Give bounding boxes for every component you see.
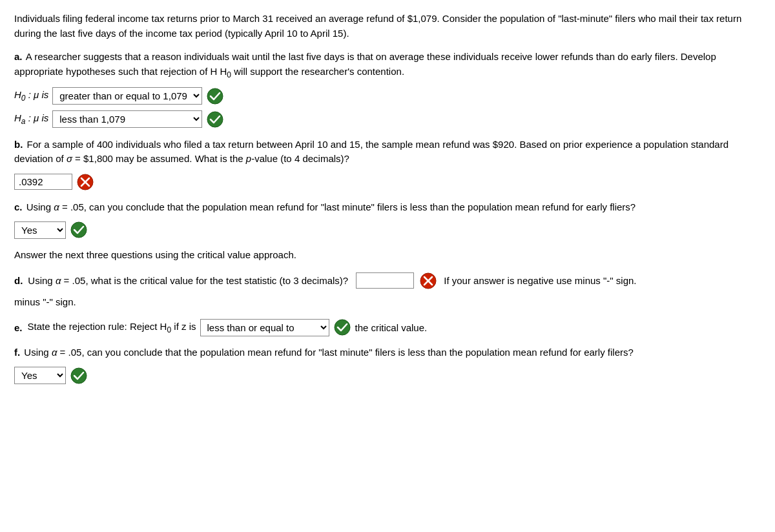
part-b-section: b. For a sample of 400 individuals who f… — [14, 138, 761, 191]
part-c-row: Yes No — [14, 221, 761, 239]
part-e-label: e. — [14, 322, 23, 333]
part-a-text: a. A researcher suggests that a reason i… — [14, 50, 761, 81]
critical-value-intro-section: Answer the next three questions using th… — [14, 248, 761, 263]
part-e-check-svg — [334, 319, 351, 336]
part-f-section: f. Using α = .05, can you conclude that … — [14, 345, 761, 385]
intro-text: Individuals filing federal income tax re… — [14, 12, 761, 41]
part-d-minus-note: minus "-" sign. — [14, 295, 761, 310]
h0-row: H0 : μ is greater than or equal to 1,079… — [14, 87, 761, 105]
ha-check-icon — [206, 110, 224, 128]
svg-point-1 — [207, 112, 223, 127]
svg-point-10 — [71, 368, 87, 384]
part-b-desc: For a sample of 400 individuals who file… — [14, 139, 728, 165]
part-d-input[interactable] — [356, 272, 414, 289]
svg-point-5 — [71, 222, 87, 238]
part-b-cross-svg — [77, 174, 94, 190]
part-e-text-after: the critical value. — [355, 322, 428, 333]
part-b-label: b. — [14, 139, 23, 150]
part-d-suffix: If your answer is negative use minus "-"… — [444, 275, 636, 286]
part-f-check-icon — [70, 367, 88, 385]
svg-point-9 — [335, 320, 350, 335]
svg-point-0 — [207, 88, 223, 104]
part-e-text-before: State the rejection rule: Reject H0 if z… — [28, 321, 196, 334]
part-a-desc2: will support the researcher's contention… — [231, 66, 404, 77]
part-c-section: c. Using α = .05, can you conclude that … — [14, 200, 761, 240]
part-d-cross-icon — [419, 272, 437, 290]
part-b-cross-icon — [76, 173, 94, 191]
part-c-desc: Using α = .05, can you conclude that the… — [26, 201, 636, 212]
part-d-desc: Using α = .05, what is the critical valu… — [28, 275, 348, 286]
part-b-input[interactable] — [14, 174, 72, 190]
part-f-label: f. — [14, 347, 20, 358]
part-e-check-icon — [333, 318, 351, 336]
part-e-row: e. State the rejection rule: Reject H0 i… — [14, 318, 761, 336]
part-d-label: d. — [14, 275, 23, 286]
part-e-section: e. State the rejection rule: Reject H0 i… — [14, 318, 761, 336]
h0-ref-inline: H0 — [217, 66, 231, 77]
part-d-section: d. Using α = .05, what is the critical v… — [14, 272, 761, 310]
h0-check-icon — [206, 87, 224, 105]
h0-check-svg — [207, 88, 223, 105]
critical-value-intro-text: Answer the next three questions using th… — [14, 248, 761, 263]
part-c-check-svg — [70, 221, 87, 238]
h0-label-text: H0 : μ is — [14, 89, 48, 103]
part-b-input-row — [14, 173, 761, 191]
part-d-cross-svg — [420, 272, 437, 289]
intro-section: Individuals filing federal income tax re… — [14, 12, 761, 41]
part-f-select[interactable]: Yes No — [14, 367, 66, 384]
part-c-label: c. — [14, 201, 23, 212]
part-f-text: f. Using α = .05, can you conclude that … — [14, 345, 761, 360]
ha-row: Ha : μ is less than 1,079 greater than 1… — [14, 110, 761, 128]
part-c-text: c. Using α = .05, can you conclude that … — [14, 200, 761, 215]
ha-label-text: Ha : μ is — [14, 112, 48, 126]
part-f-row: Yes No — [14, 367, 761, 385]
part-c-select[interactable]: Yes No — [14, 221, 66, 239]
part-a-label: a. — [14, 51, 23, 62]
part-e-select[interactable]: less than or equal to greater than or eq… — [200, 319, 329, 336]
part-f-check-svg — [70, 367, 87, 384]
part-a-section: a. A researcher suggests that a reason i… — [14, 50, 761, 128]
part-c-check-icon — [70, 221, 88, 239]
part-d-row: d. Using α = .05, what is the critical v… — [14, 272, 761, 290]
h0-select[interactable]: greater than or equal to 1,079 less than… — [52, 87, 202, 105]
ha-check-svg — [207, 111, 223, 128]
ha-select[interactable]: less than 1,079 greater than 1,079 equal… — [52, 110, 202, 128]
part-b-text: b. For a sample of 400 individuals who f… — [14, 138, 761, 167]
part-f-desc: Using α = .05, can you conclude that the… — [24, 347, 634, 358]
